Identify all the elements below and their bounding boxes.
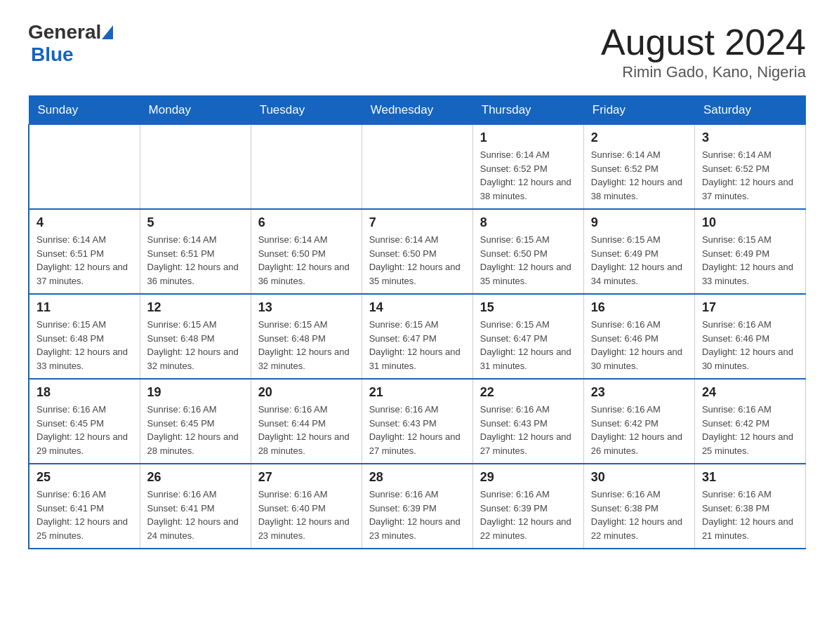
day-number: 9 [591,215,687,230]
calendar-cell [362,125,472,210]
day-header-tuesday: Tuesday [251,96,362,125]
day-number: 29 [480,470,576,485]
day-info: Sunrise: 6:16 AM Sunset: 6:42 PM Dayligh… [702,403,798,457]
day-number: 7 [369,215,465,230]
day-info: Sunrise: 6:16 AM Sunset: 6:42 PM Dayligh… [591,403,687,457]
day-info: Sunrise: 6:15 AM Sunset: 6:48 PM Dayligh… [258,318,355,373]
day-info: Sunrise: 6:16 AM Sunset: 6:43 PM Dayligh… [369,403,465,457]
calendar-cell: 16Sunrise: 6:16 AM Sunset: 6:46 PM Dayli… [583,294,694,379]
day-number: 6 [258,215,355,230]
calendar-cell [29,125,140,210]
day-number: 18 [37,385,133,400]
day-info: Sunrise: 6:14 AM Sunset: 6:50 PM Dayligh… [369,233,465,288]
day-number: 22 [480,385,576,400]
calendar-cell: 25Sunrise: 6:16 AM Sunset: 6:41 PM Dayli… [29,464,140,549]
logo: General Blue [28,21,113,66]
logo-blue-text: Blue [31,43,113,66]
days-of-week-row: SundayMondayTuesdayWednesdayThursdayFrid… [29,96,806,125]
calendar-cell: 29Sunrise: 6:16 AM Sunset: 6:39 PM Dayli… [472,464,583,549]
day-header-thursday: Thursday [472,96,583,125]
day-info: Sunrise: 6:14 AM Sunset: 6:50 PM Dayligh… [258,233,355,288]
day-info: Sunrise: 6:16 AM Sunset: 6:46 PM Dayligh… [702,318,798,373]
day-number: 14 [369,300,465,315]
calendar-cell: 26Sunrise: 6:16 AM Sunset: 6:41 PM Dayli… [140,464,251,549]
day-info: Sunrise: 6:14 AM Sunset: 6:51 PM Dayligh… [147,233,244,288]
calendar-cell: 2Sunrise: 6:14 AM Sunset: 6:52 PM Daylig… [583,125,694,210]
calendar-cell: 22Sunrise: 6:16 AM Sunset: 6:43 PM Dayli… [472,379,583,464]
calendar-cell: 10Sunrise: 6:15 AM Sunset: 6:49 PM Dayli… [694,209,805,294]
day-number: 15 [480,300,576,315]
calendar-cell: 11Sunrise: 6:15 AM Sunset: 6:48 PM Dayli… [29,294,140,379]
calendar-cell: 3Sunrise: 6:14 AM Sunset: 6:52 PM Daylig… [694,125,805,210]
page-header: General Blue August 2024 Rimin Gado, Kan… [28,21,806,81]
calendar-header: SundayMondayTuesdayWednesdayThursdayFrid… [29,96,806,125]
calendar-cell: 9Sunrise: 6:15 AM Sunset: 6:49 PM Daylig… [583,209,694,294]
calendar-cell: 28Sunrise: 6:16 AM Sunset: 6:39 PM Dayli… [362,464,472,549]
day-number: 20 [258,385,355,400]
day-header-sunday: Sunday [29,96,140,125]
calendar-cell: 31Sunrise: 6:16 AM Sunset: 6:38 PM Dayli… [694,464,805,549]
day-info: Sunrise: 6:14 AM Sunset: 6:51 PM Dayligh… [37,233,133,288]
day-info: Sunrise: 6:15 AM Sunset: 6:50 PM Dayligh… [480,233,576,288]
calendar-body: 1Sunrise: 6:14 AM Sunset: 6:52 PM Daylig… [29,125,806,549]
day-number: 13 [258,300,355,315]
day-number: 27 [258,470,355,485]
day-info: Sunrise: 6:14 AM Sunset: 6:52 PM Dayligh… [591,148,687,203]
day-info: Sunrise: 6:15 AM Sunset: 6:47 PM Dayligh… [480,318,576,373]
day-info: Sunrise: 6:16 AM Sunset: 6:38 PM Dayligh… [702,488,798,542]
day-number: 4 [37,215,133,230]
day-number: 8 [480,215,576,230]
day-info: Sunrise: 6:15 AM Sunset: 6:47 PM Dayligh… [369,318,465,373]
calendar-cell: 5Sunrise: 6:14 AM Sunset: 6:51 PM Daylig… [140,209,251,294]
calendar-cell [251,125,362,210]
calendar-cell: 1Sunrise: 6:14 AM Sunset: 6:52 PM Daylig… [472,125,583,210]
page-title: August 2024 [601,21,806,63]
logo-general-text: General [28,21,101,43]
day-info: Sunrise: 6:16 AM Sunset: 6:44 PM Dayligh… [258,403,355,457]
calendar-cell: 30Sunrise: 6:16 AM Sunset: 6:38 PM Dayli… [583,464,694,549]
day-number: 12 [147,300,244,315]
day-number: 3 [702,130,798,145]
calendar-cell: 17Sunrise: 6:16 AM Sunset: 6:46 PM Dayli… [694,294,805,379]
calendar-cell: 20Sunrise: 6:16 AM Sunset: 6:44 PM Dayli… [251,379,362,464]
day-number: 10 [702,215,798,230]
calendar-cell: 7Sunrise: 6:14 AM Sunset: 6:50 PM Daylig… [362,209,472,294]
day-number: 2 [591,130,687,145]
week-row-1: 1Sunrise: 6:14 AM Sunset: 6:52 PM Daylig… [29,125,806,210]
day-number: 24 [702,385,798,400]
calendar-cell: 4Sunrise: 6:14 AM Sunset: 6:51 PM Daylig… [29,209,140,294]
day-number: 11 [37,300,133,315]
day-info: Sunrise: 6:16 AM Sunset: 6:45 PM Dayligh… [147,403,244,457]
day-header-wednesday: Wednesday [362,96,472,125]
day-number: 5 [147,215,244,230]
calendar-cell: 8Sunrise: 6:15 AM Sunset: 6:50 PM Daylig… [472,209,583,294]
week-row-5: 25Sunrise: 6:16 AM Sunset: 6:41 PM Dayli… [29,464,806,549]
day-number: 28 [369,470,465,485]
calendar-cell: 14Sunrise: 6:15 AM Sunset: 6:47 PM Dayli… [362,294,472,379]
logo-triangle-icon [102,25,113,39]
page-subtitle: Rimin Gado, Kano, Nigeria [601,63,806,81]
day-info: Sunrise: 6:15 AM Sunset: 6:48 PM Dayligh… [147,318,244,373]
calendar-cell: 27Sunrise: 6:16 AM Sunset: 6:40 PM Dayli… [251,464,362,549]
day-header-saturday: Saturday [694,96,805,125]
calendar-cell: 21Sunrise: 6:16 AM Sunset: 6:43 PM Dayli… [362,379,472,464]
day-number: 31 [702,470,798,485]
day-info: Sunrise: 6:16 AM Sunset: 6:41 PM Dayligh… [147,488,244,542]
day-info: Sunrise: 6:16 AM Sunset: 6:39 PM Dayligh… [480,488,576,542]
day-number: 26 [147,470,244,485]
day-number: 21 [369,385,465,400]
day-info: Sunrise: 6:14 AM Sunset: 6:52 PM Dayligh… [480,148,576,203]
day-header-monday: Monday [140,96,251,125]
week-row-3: 11Sunrise: 6:15 AM Sunset: 6:48 PM Dayli… [29,294,806,379]
calendar-cell: 18Sunrise: 6:16 AM Sunset: 6:45 PM Dayli… [29,379,140,464]
calendar-cell: 23Sunrise: 6:16 AM Sunset: 6:42 PM Dayli… [583,379,694,464]
week-row-4: 18Sunrise: 6:16 AM Sunset: 6:45 PM Dayli… [29,379,806,464]
title-block: August 2024 Rimin Gado, Kano, Nigeria [601,21,806,81]
day-info: Sunrise: 6:15 AM Sunset: 6:48 PM Dayligh… [37,318,133,373]
calendar-cell: 15Sunrise: 6:15 AM Sunset: 6:47 PM Dayli… [472,294,583,379]
day-info: Sunrise: 6:16 AM Sunset: 6:46 PM Dayligh… [591,318,687,373]
day-info: Sunrise: 6:15 AM Sunset: 6:49 PM Dayligh… [702,233,798,288]
day-info: Sunrise: 6:16 AM Sunset: 6:40 PM Dayligh… [258,488,355,542]
day-info: Sunrise: 6:15 AM Sunset: 6:49 PM Dayligh… [591,233,687,288]
day-info: Sunrise: 6:14 AM Sunset: 6:52 PM Dayligh… [702,148,798,203]
